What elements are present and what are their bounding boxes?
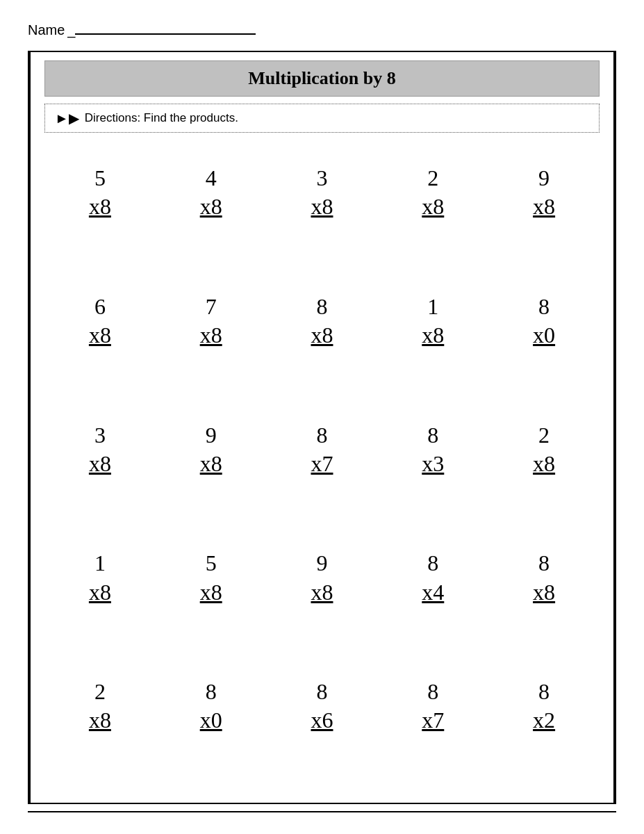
problem-cell-14: 2x8 — [488, 404, 600, 532]
problem-bottom-10: x8 — [89, 452, 111, 476]
page: Name _ Multiplication by 8 ►▶ Directions… — [0, 0, 644, 834]
problem-cell-2: 3x8 — [267, 147, 378, 275]
problem-cell-23: 8x7 — [377, 660, 488, 789]
problem-bottom-11: x8 — [200, 452, 222, 476]
problem-top-7: 8 — [316, 295, 327, 319]
problem-top-6: 7 — [206, 295, 217, 319]
arrow-icon: ►▶ — [55, 110, 79, 126]
problem-bottom-16: x8 — [200, 580, 222, 605]
problem-bottom-24: x2 — [533, 708, 555, 733]
problem-cell-5: 6x8 — [44, 275, 156, 404]
problem-cell-20: 2x8 — [44, 660, 156, 789]
problem-bottom-9: x0 — [533, 323, 555, 348]
problem-bottom-8: x8 — [422, 323, 444, 348]
name-underline-line[interactable] — [75, 21, 256, 35]
problem-bottom-13: x3 — [422, 452, 444, 476]
problem-top-11: 9 — [206, 423, 217, 448]
problem-cell-1: 4x8 — [156, 147, 267, 275]
problem-top-12: 8 — [316, 423, 327, 448]
problem-bottom-22: x6 — [311, 708, 333, 733]
problem-bottom-19: x8 — [533, 580, 555, 605]
problem-top-9: 8 — [538, 295, 550, 319]
problem-top-0: 5 — [94, 166, 106, 190]
problem-bottom-0: x8 — [89, 195, 111, 219]
problem-bottom-1: x8 — [200, 195, 222, 219]
name-section: Name _ — [28, 21, 616, 38]
problem-bottom-18: x4 — [422, 580, 444, 605]
problem-cell-10: 3x8 — [44, 404, 156, 532]
problem-bottom-21: x0 — [200, 708, 222, 733]
problem-bottom-7: x8 — [311, 323, 333, 348]
problem-top-17: 9 — [316, 551, 327, 575]
problem-top-5: 6 — [94, 295, 106, 319]
problem-bottom-14: x8 — [533, 452, 555, 476]
problem-cell-16: 5x8 — [156, 532, 267, 660]
problem-cell-17: 9x8 — [267, 532, 378, 660]
inner-content: Multiplication by 8 ►▶ Directions: Find … — [29, 52, 615, 803]
worksheet-title: Multiplication by 8 — [44, 60, 600, 97]
problem-cell-6: 7x8 — [156, 275, 267, 404]
problem-top-4: 9 — [538, 166, 550, 190]
problem-bottom-3: x8 — [422, 195, 444, 219]
problem-top-20: 2 — [94, 680, 106, 704]
problem-cell-3: 2x8 — [377, 147, 488, 275]
problem-cell-19: 8x8 — [488, 532, 600, 660]
problem-top-1: 4 — [206, 166, 217, 190]
problem-cell-18: 8x4 — [377, 532, 488, 660]
directions-text: Directions: Find the products. — [85, 111, 238, 125]
problem-cell-22: 8x6 — [267, 660, 378, 789]
problem-top-22: 8 — [316, 680, 327, 704]
directions-box: ►▶ Directions: Find the products. — [44, 104, 600, 133]
problem-top-8: 1 — [427, 295, 438, 319]
problem-cell-24: 8x2 — [488, 660, 600, 789]
problem-bottom-23: x7 — [422, 708, 444, 733]
problem-cell-7: 8x8 — [267, 275, 378, 404]
problem-cell-9: 8x0 — [488, 275, 600, 404]
problem-top-3: 2 — [427, 166, 438, 190]
problem-top-24: 8 — [538, 680, 550, 704]
problem-cell-11: 9x8 — [156, 404, 267, 532]
problem-cell-12: 8x7 — [267, 404, 378, 532]
problem-top-15: 1 — [94, 551, 106, 575]
problems-grid: 5x84x83x82x89x86x87x88x81x88x03x89x88x78… — [44, 147, 600, 789]
problem-top-2: 3 — [316, 166, 327, 190]
problem-bottom-15: x8 — [89, 580, 111, 605]
problem-bottom-5: x8 — [89, 323, 111, 348]
problem-bottom-4: x8 — [533, 195, 555, 219]
problem-bottom-6: x8 — [200, 323, 222, 348]
worksheet-box: Multiplication by 8 ►▶ Directions: Find … — [28, 51, 616, 804]
problem-bottom-12: x7 — [311, 452, 333, 476]
problem-top-16: 5 — [206, 551, 217, 575]
problem-top-10: 3 — [94, 423, 106, 448]
problem-bottom-20: x8 — [89, 708, 111, 733]
problem-cell-21: 8x0 — [156, 660, 267, 789]
problem-top-13: 8 — [427, 423, 438, 448]
problem-top-14: 2 — [538, 423, 550, 448]
problem-top-21: 8 — [206, 680, 217, 704]
problem-bottom-2: x8 — [311, 195, 333, 219]
bottom-border — [28, 811, 616, 812]
problem-cell-0: 5x8 — [44, 147, 156, 275]
problem-cell-4: 9x8 — [488, 147, 600, 275]
problem-bottom-17: x8 — [311, 580, 333, 605]
problem-cell-8: 1x8 — [377, 275, 488, 404]
problem-top-23: 8 — [427, 680, 438, 704]
problem-cell-13: 8x3 — [377, 404, 488, 532]
problem-top-19: 8 — [538, 551, 550, 575]
problem-cell-15: 1x8 — [44, 532, 156, 660]
name-label: Name — [28, 22, 65, 38]
problem-top-18: 8 — [427, 551, 438, 575]
